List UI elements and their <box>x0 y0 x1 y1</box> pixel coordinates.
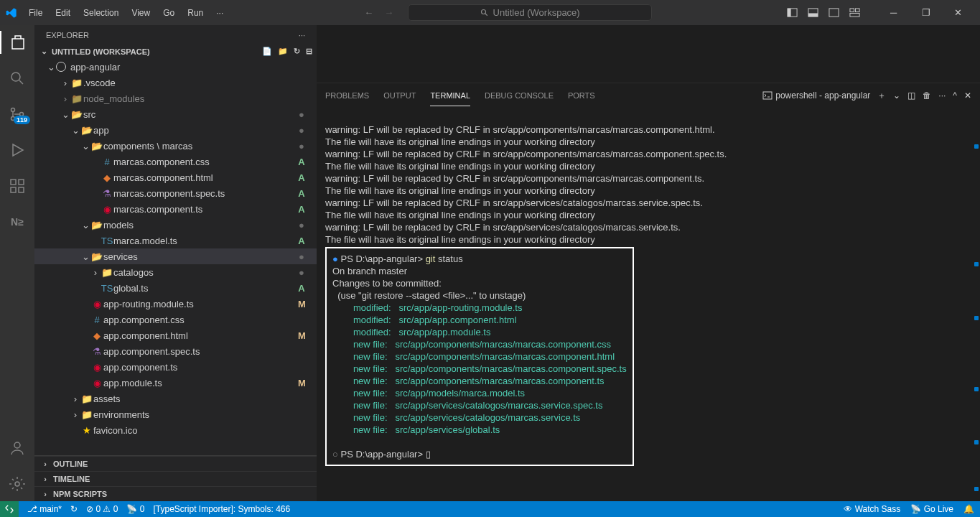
menu-more-icon[interactable]: ··· <box>210 5 229 21</box>
tab-terminal[interactable]: TERMINAL <box>430 85 470 106</box>
layout-bottom-icon[interactable] <box>808 7 818 18</box>
folder-app[interactable]: ⌄📂app● <box>34 122 317 138</box>
terminal-highlight-box: ● PS D:\app-angular> git status On branc… <box>325 247 634 466</box>
terminal-selector[interactable]: powershell - app-angular <box>762 90 870 101</box>
layout-right-icon[interactable] <box>829 7 839 18</box>
folder-components[interactable]: ⌄📂components \ marcas● <box>34 138 317 154</box>
explorer-more-icon[interactable]: ··· <box>299 31 305 39</box>
status-errors[interactable]: ⊘ 0 ⚠ 0 <box>86 504 118 514</box>
menu-run[interactable]: Run <box>182 5 209 21</box>
file-app-ts[interactable]: ◉app.component.ts <box>34 359 317 375</box>
nx-icon[interactable]: N≥ <box>0 210 34 233</box>
svg-point-20 <box>15 482 19 486</box>
svg-rect-7 <box>850 9 854 12</box>
search-icon[interactable] <box>0 67 34 90</box>
extensions-icon[interactable] <box>0 174 34 197</box>
status-ts[interactable]: [TypeScript Importer]: Symbols: 466 <box>153 504 290 514</box>
file-marcas-ts[interactable]: ◉marcas.component.tsA <box>34 201 317 217</box>
file-global-ts[interactable]: TSglobal.tsA <box>34 280 317 296</box>
new-folder-icon[interactable]: 📁 <box>278 47 288 56</box>
folder-catalogos[interactable]: ›📁catalogos● <box>34 264 317 280</box>
remote-icon[interactable] <box>0 501 19 517</box>
svg-rect-18 <box>19 180 24 185</box>
status-bar: ⎇ main* ↻ ⊘ 0 ⚠ 0 📡 0 [TypeScript Import… <box>0 501 980 517</box>
timeline-section[interactable]: ›TIMELINE <box>34 471 317 486</box>
menu-go[interactable]: Go <box>157 5 180 21</box>
file-marca-model[interactable]: TSmarca.model.tsA <box>34 233 317 248</box>
outline-section[interactable]: ›OUTLINE <box>34 456 317 471</box>
collapse-icon[interactable]: ⊟ <box>306 47 312 56</box>
tab-debug[interactable]: DEBUG CONSOLE <box>485 85 554 106</box>
menu-file[interactable]: File <box>23 5 48 21</box>
file-marcas-spec[interactable]: ⚗marcas.component.spec.tsA <box>34 185 317 201</box>
status-go-live[interactable]: 📡 Go Live <box>910 504 953 514</box>
status-branch[interactable]: ⎇ main* <box>27 504 62 514</box>
scm-icon[interactable]: 119 <box>0 103 34 126</box>
nav-back-icon[interactable]: ← <box>364 7 373 18</box>
status-sync[interactable]: ↻ <box>70 504 78 514</box>
terminal[interactable]: warning: LF will be replaced by CRLF in … <box>317 108 980 501</box>
folder-vscode[interactable]: ›📁.vscode <box>34 75 317 90</box>
terminal-dropdown-icon[interactable]: ⌄ <box>893 90 900 101</box>
vscode-logo-icon <box>6 7 17 19</box>
status-watch-sass[interactable]: 👁 Watch Sass <box>844 504 900 514</box>
new-file-icon[interactable]: 📄 <box>262 47 272 56</box>
settings-icon[interactable] <box>0 472 34 495</box>
status-bell-icon[interactable]: 🔔 <box>963 504 974 514</box>
file-marcas-html[interactable]: ◆marcas.component.htmlA <box>34 169 317 185</box>
kill-icon[interactable]: 🗑 <box>923 90 931 101</box>
maximize-icon[interactable]: ^ <box>953 90 957 101</box>
layout-primary-icon[interactable] <box>787 7 798 18</box>
folder-root[interactable]: ⌄app-angular <box>34 59 317 75</box>
workspace-header[interactable]: ⌄ UNTITLED (WORKSPACE) 📄 📁 ↻ ⊟ <box>34 45 317 57</box>
tab-ports[interactable]: PORTS <box>568 85 595 106</box>
menu-view[interactable]: View <box>126 5 156 21</box>
status-port[interactable]: 📡 0 <box>126 504 144 514</box>
file-app-module[interactable]: ◉app.module.tsM <box>34 375 317 391</box>
window-close-icon[interactable]: ✕ <box>942 0 974 25</box>
npm-section[interactable]: ›NPM SCRIPTS <box>34 486 317 501</box>
tab-problems[interactable]: PROBLEMS <box>325 85 369 106</box>
new-terminal-icon[interactable]: ＋ <box>877 90 886 102</box>
close-panel-icon[interactable]: ✕ <box>964 90 971 101</box>
refresh-icon[interactable]: ↻ <box>294 47 300 56</box>
svg-rect-15 <box>11 180 16 185</box>
file-app-css[interactable]: #app.component.css <box>34 312 317 327</box>
nav-forward-icon[interactable]: → <box>384 7 393 18</box>
folder-models[interactable]: ⌄📂models● <box>34 217 317 233</box>
window-maximize-icon[interactable]: ❐ <box>910 0 942 25</box>
svg-rect-16 <box>11 187 16 192</box>
svg-rect-21 <box>763 92 772 99</box>
svg-rect-8 <box>855 9 859 12</box>
svg-rect-5 <box>808 13 818 17</box>
file-favicon[interactable]: ★favicon.ico <box>34 422 317 438</box>
command-center[interactable]: Untitled (Workspace) <box>408 4 652 21</box>
account-icon[interactable] <box>0 437 34 460</box>
window-minimize-icon[interactable]: ─ <box>877 0 910 25</box>
folder-src[interactable]: ⌄📂src● <box>34 106 317 122</box>
folder-node-modules[interactable]: ›📁node_modules <box>34 90 317 106</box>
tab-output[interactable]: OUTPUT <box>383 85 416 106</box>
file-app-html[interactable]: ◆app.component.htmlM <box>34 327 317 343</box>
folder-services[interactable]: ⌄📂services● <box>34 248 317 264</box>
file-app-routing[interactable]: ◉app-routing.module.tsM <box>34 296 317 312</box>
svg-line-1 <box>485 13 487 15</box>
svg-point-10 <box>11 73 20 81</box>
svg-rect-3 <box>788 9 791 17</box>
menu-selection[interactable]: Selection <box>78 5 124 21</box>
chevron-down-icon: ⌄ <box>39 47 49 56</box>
terminal-scrollbar[interactable] <box>971 137 979 494</box>
folder-environments[interactable]: ›📁environments <box>34 406 317 422</box>
layout-custom-icon[interactable] <box>849 7 860 18</box>
menu-edit[interactable]: Edit <box>50 5 76 21</box>
folder-assets[interactable]: ›📁assets <box>34 391 317 406</box>
explorer-icon[interactable] <box>0 31 34 54</box>
split-icon[interactable]: ◫ <box>907 90 915 101</box>
file-app-spec[interactable]: ⚗app.component.spec.ts <box>34 343 317 359</box>
svg-rect-17 <box>19 187 24 192</box>
file-marcas-css[interactable]: #marcas.component.cssA <box>34 154 317 169</box>
debug-icon[interactable] <box>0 139 34 162</box>
circle-icon <box>56 62 66 72</box>
workspace-name: UNTITLED (WORKSPACE) <box>52 47 150 56</box>
more-icon[interactable]: ··· <box>938 90 946 101</box>
